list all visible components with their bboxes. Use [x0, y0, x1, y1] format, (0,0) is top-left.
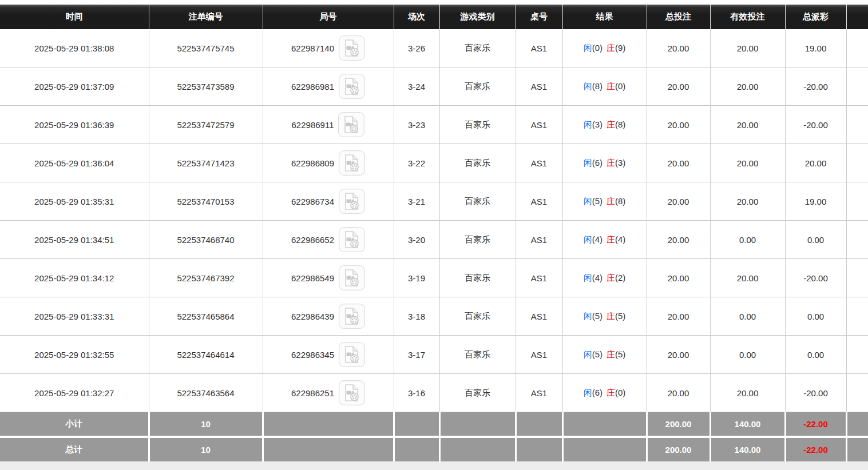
video-replay-button[interactable]	[339, 265, 365, 290]
column-header-extra	[846, 5, 868, 29]
table-row: 2025-05-29 01:32:27 522537463564 6229862…	[0, 374, 868, 412]
valid-bet-cell: 20.00	[710, 374, 785, 412]
video-replay-button[interactable]	[339, 304, 365, 329]
player-score: (3)	[592, 120, 603, 129]
round-cell: 622986345	[263, 336, 394, 374]
table-row: 2025-05-29 01:38:08 522537475745 6229871…	[0, 29, 868, 67]
video-replay-button[interactable]	[338, 112, 364, 137]
extra-empty-cell	[846, 221, 868, 259]
game-type-cell: 百家乐	[439, 144, 516, 182]
payout-cell: -20.00	[785, 67, 846, 106]
total-bet-cell: 20.00	[647, 297, 710, 336]
round-number: 622986981	[291, 82, 334, 91]
total-bet-cell: 20.00	[647, 336, 710, 374]
banker-result-label: 庄	[607, 158, 615, 168]
player-result-label: 闲	[584, 158, 592, 168]
summary-row: 总计 10 200.00 140.00 -22.00	[0, 437, 868, 461]
video-replay-button[interactable]	[339, 189, 365, 214]
column-header-9: 总派彩	[785, 5, 846, 29]
player-result-label: 闲	[584, 81, 592, 91]
player-result-label: 闲	[584, 43, 592, 53]
banker-score: (3)	[615, 158, 625, 168]
summary-payout-cell: -22.00	[785, 437, 846, 461]
valid-bet-cell: 20.00	[710, 67, 785, 106]
video-replay-button[interactable]	[339, 35, 365, 61]
valid-bet-cell: 20.00	[710, 259, 785, 297]
extra-empty-cell	[846, 336, 868, 374]
video-replay-button[interactable]	[339, 342, 365, 367]
valid-bet-cell: 20.00	[710, 182, 785, 221]
video-replay-button[interactable]	[339, 380, 365, 405]
bet-id-cell: 522537463564	[149, 374, 263, 412]
round-number: 622987140	[291, 43, 334, 53]
payout-cell: 0.00	[785, 221, 846, 259]
summary-label-cell: 总计	[0, 437, 149, 461]
banker-score: (8)	[615, 196, 625, 206]
player-score: (4)	[592, 273, 603, 282]
summary-empty-cell	[394, 437, 439, 461]
payout-cell: 19.00	[785, 29, 846, 67]
column-header-8: 有效投注	[710, 5, 785, 29]
video-file-icon	[343, 269, 360, 287]
table-no-cell: AS1	[516, 297, 562, 336]
table-no-cell: AS1	[516, 374, 562, 412]
video-replay-button[interactable]	[339, 150, 365, 176]
table-row: 2025-05-29 01:34:12 522537467392 6229865…	[0, 259, 868, 297]
time-cell: 2025-05-29 01:34:12	[0, 259, 149, 297]
banker-result-label: 庄	[607, 196, 615, 206]
extra-empty-cell	[846, 374, 868, 412]
video-replay-button[interactable]	[339, 74, 365, 99]
total-bet-cell: 20.00	[647, 67, 710, 106]
player-result-label: 闲	[584, 311, 592, 321]
table-row: 2025-05-29 01:36:04 522537471423 6229868…	[0, 144, 868, 182]
extra-empty-cell	[846, 297, 868, 336]
total-bet-cell: 20.00	[647, 29, 710, 67]
summary-total-bet-cell: 200.00	[647, 412, 710, 437]
player-result-label: 闲	[584, 196, 592, 206]
video-file-icon	[343, 230, 360, 249]
result-cell: 闲(6)庄(0)	[562, 374, 647, 412]
game-type-cell: 百家乐	[439, 67, 516, 106]
summary-empty-cell	[516, 437, 562, 461]
column-header-4: 游戏类别	[439, 5, 516, 29]
round-number: 622986549	[291, 273, 334, 283]
bet-id-cell: 522537468740	[149, 221, 263, 259]
round-cell: 622986981	[263, 67, 394, 106]
time-cell: 2025-05-29 01:36:39	[0, 106, 149, 144]
round-cell: 622986549	[263, 259, 394, 297]
summary-extra-cell	[846, 437, 868, 461]
player-result-label: 闲	[584, 273, 592, 282]
column-header-3: 场次	[394, 5, 439, 29]
valid-bet-cell: 20.00	[710, 144, 785, 182]
valid-bet-cell: 0.00	[710, 221, 785, 259]
game-type-cell: 百家乐	[439, 336, 516, 374]
table-row: 2025-05-29 01:33:31 522537465864 6229864…	[0, 297, 868, 336]
round-number: 622986345	[291, 350, 334, 360]
column-header-1: 注单编号	[149, 5, 263, 29]
summary-total-bet-cell: 200.00	[647, 437, 710, 461]
player-score: (6)	[592, 388, 603, 397]
video-replay-button[interactable]	[339, 227, 365, 252]
extra-empty-cell	[846, 182, 868, 221]
summary-count-cell: 10	[149, 412, 263, 437]
column-header-0: 时间	[0, 5, 149, 29]
banker-score: (4)	[615, 234, 625, 244]
player-result-label: 闲	[584, 388, 592, 397]
result-cell: 闲(8)庄(0)	[562, 67, 647, 106]
game-type-cell: 百家乐	[439, 29, 516, 67]
round-cell: 622986251	[263, 374, 394, 412]
column-header-2: 局号	[263, 5, 394, 29]
round-number: 622986809	[291, 158, 334, 168]
summary-empty-cell	[439, 412, 516, 437]
bet-id-cell: 522537467392	[149, 259, 263, 297]
result-cell: 闲(5)庄(5)	[562, 336, 647, 374]
total-bet-cell: 20.00	[647, 221, 710, 259]
time-cell: 2025-05-29 01:32:27	[0, 374, 149, 412]
extra-empty-cell	[846, 106, 868, 144]
game-type-cell: 百家乐	[439, 106, 516, 144]
game-type-cell: 百家乐	[439, 259, 516, 297]
table-no-cell: AS1	[516, 106, 562, 144]
banker-result-label: 庄	[607, 81, 615, 91]
page-top-strip	[0, 0, 868, 5]
session-cell: 3-17	[394, 336, 439, 374]
